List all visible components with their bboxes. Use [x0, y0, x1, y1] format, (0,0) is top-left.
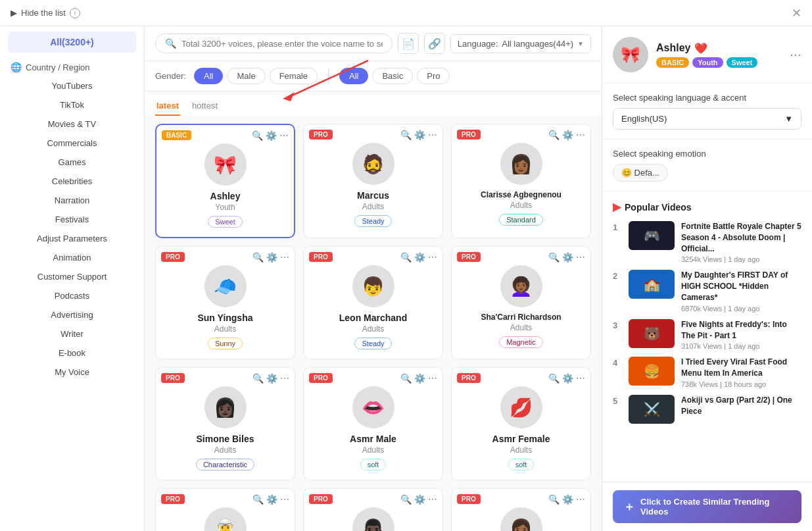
type-basic-btn[interactable]: Basic: [372, 68, 413, 84]
voice-card-shacarri[interactable]: PRO 🔍 ⚙️ ⋯ 👩🏾‍🦱 Sha'Carri Richardson Adu…: [451, 246, 591, 359]
type-all-btn[interactable]: All: [339, 68, 368, 84]
tab-hottest[interactable]: hottest: [191, 97, 219, 116]
gender-male-btn[interactable]: Male: [227, 68, 265, 84]
search-input-wrapper[interactable]: 🔍: [155, 34, 393, 53]
sidebar-item-movies-tv[interactable]: Movies & TV: [0, 114, 144, 134]
settings-btn-simone[interactable]: ⚙️: [266, 373, 277, 384]
voice-card-asmr-male[interactable]: PRO 🔍 ⚙️ ⋯ 👄 Asmr Male Adults soft: [303, 367, 443, 480]
sidebar-item-animation[interactable]: Animation: [0, 248, 144, 267]
sidebar-item-my-voice[interactable]: My Voice: [0, 363, 144, 382]
video-title-3: Five Nights at Freddy's: Into The Pit - …: [681, 319, 801, 341]
emotion-default-btn[interactable]: 😊 Defa...: [613, 164, 668, 182]
search-btn-asmr-female[interactable]: 🔍: [548, 373, 560, 384]
voice-card-12[interactable]: PRO 🔍 ⚙️ ⋯ 👩🏾 Adults: [451, 488, 591, 531]
settings-btn-11[interactable]: ⚙️: [414, 494, 425, 505]
voice-card-asmr-female[interactable]: PRO 🔍 ⚙️ ⋯ 💋 Asmr Female Adults soft: [451, 367, 591, 480]
settings-btn-leon[interactable]: ⚙️: [414, 252, 425, 263]
search-btn-clarisse[interactable]: 🔍: [548, 130, 560, 140]
video-item-4[interactable]: 4 🍔 I Tried Every Viral Fast Food Menu I…: [613, 357, 801, 388]
all-voices-button[interactable]: All(3200+): [8, 32, 136, 53]
sidebar-item-podcasts[interactable]: Podcasts: [0, 286, 144, 305]
voice-card-10[interactable]: PRO 🔍 ⚙️ ⋯ 🧝‍♀️ Adults: [155, 488, 295, 531]
settings-btn-12[interactable]: ⚙️: [562, 494, 573, 505]
settings-btn-shacarri[interactable]: ⚙️: [562, 252, 573, 263]
video-meta-3: 3107k Views | 1 day ago: [681, 342, 801, 350]
close-icon[interactable]: ✕: [792, 7, 801, 20]
more-btn-11[interactable]: ⋯: [428, 494, 437, 505]
voice-card-simone[interactable]: PRO 🔍 ⚙️ ⋯ 👩🏿 Simone Biles Adults Charac…: [155, 367, 295, 480]
sidebar-item-celebrities[interactable]: Celebrities: [0, 172, 144, 191]
voice-card-leon[interactable]: PRO 🔍 ⚙️ ⋯ 👦 Leon Marchand Adults Steady: [303, 246, 443, 359]
search-input[interactable]: [181, 39, 383, 49]
more-btn-leon[interactable]: ⋯: [428, 252, 437, 263]
language-selector[interactable]: Language: All languages(44+) ▼: [450, 34, 591, 53]
gender-female-btn[interactable]: Female: [270, 68, 318, 84]
more-btn-10[interactable]: ⋯: [280, 494, 289, 505]
sidebar-item-advertising[interactable]: Advertising: [0, 305, 144, 324]
more-btn-shacarri[interactable]: ⋯: [576, 252, 585, 263]
sidebar-item-festivals[interactable]: Festivals: [0, 210, 144, 229]
tab-latest[interactable]: latest: [155, 97, 180, 116]
tag-leon: Steady: [354, 338, 391, 349]
search-btn-simone[interactable]: 🔍: [252, 373, 264, 384]
info-icon[interactable]: i: [70, 8, 80, 18]
type-pro-btn[interactable]: Pro: [417, 68, 450, 84]
search-btn-leon[interactable]: 🔍: [400, 252, 412, 263]
settings-btn-ashley[interactable]: ⚙️: [266, 130, 277, 141]
voice-card-11[interactable]: PRO 🔍 ⚙️ ⋯ 👨🏿 Adults: [303, 488, 443, 531]
more-btn-ashley[interactable]: ⋯: [279, 130, 289, 141]
sidebar-item-narration[interactable]: Narration: [0, 191, 144, 210]
voice-card-ashley[interactable]: BASIC 🔍 ⚙️ ⋯ 🎀 Ashley Youth Sweet: [155, 124, 295, 238]
search-btn-asmr-male[interactable]: 🔍: [400, 373, 412, 384]
video-info-1: Fortnite Battle Royale Chapter 5 Season …: [681, 221, 801, 263]
gender-all-btn[interactable]: All: [194, 68, 223, 84]
search-btn-shacarri[interactable]: 🔍: [548, 252, 560, 263]
sidebar-item-e-book[interactable]: E-book: [0, 343, 144, 363]
settings-btn-marcus[interactable]: ⚙️: [414, 130, 425, 140]
more-btn-simone[interactable]: ⋯: [280, 373, 289, 384]
search-btn-ashley[interactable]: 🔍: [252, 130, 263, 141]
country-region-header[interactable]: 🌐 Country / Region: [0, 58, 144, 76]
voice-card-sun-yingsha[interactable]: PRO 🔍 ⚙️ ⋯ 🧢 Sun Yingsha Adults Sunny: [155, 246, 295, 359]
voice-card-marcus[interactable]: PRO 🔍 ⚙️ ⋯ 🧔 Marcus Adults Steady: [303, 124, 443, 238]
sidebar-item-writer[interactable]: Writer: [0, 324, 144, 343]
language-selector-panel[interactable]: English(US) ▼: [613, 108, 801, 130]
cta-label: Click to Create Similar Trending Videos: [640, 497, 791, 517]
settings-btn-clarisse[interactable]: ⚙️: [562, 130, 573, 140]
link-icon-btn[interactable]: 🔗: [424, 33, 445, 54]
search-btn-11[interactable]: 🔍: [400, 494, 412, 505]
voice-card-actions-clarisse: 🔍 ⚙️ ⋯: [548, 130, 585, 140]
more-btn-marcus[interactable]: ⋯: [428, 130, 437, 140]
create-trending-btn[interactable]: ＋ Click to Create Similar Trending Video…: [613, 490, 801, 523]
heart-icon[interactable]: ❤️: [694, 42, 707, 55]
video-item-1[interactable]: 1 🎮 Fortnite Battle Royale Chapter 5 Sea…: [613, 221, 801, 263]
more-options-btn[interactable]: ⋯: [790, 47, 801, 62]
voice-card-actions-sun: 🔍 ⚙️ ⋯: [252, 252, 289, 263]
search-btn-marcus[interactable]: 🔍: [400, 130, 412, 140]
more-btn-clarisse[interactable]: ⋯: [576, 130, 585, 140]
sidebar-item-adjust-parameters[interactable]: Adjust Parameters: [0, 229, 144, 248]
settings-btn-asmr-male[interactable]: ⚙️: [414, 373, 425, 384]
search-btn-sun[interactable]: 🔍: [252, 252, 264, 263]
document-icon-btn[interactable]: 📄: [398, 33, 419, 54]
video-item-2[interactable]: 2 🏫 My Daughter's FIRST DAY of HIGH SCHO…: [613, 270, 801, 312]
sidebar-item-tiktok[interactable]: TikTok: [0, 95, 144, 114]
more-btn-asmr-female[interactable]: ⋯: [576, 373, 585, 384]
hide-list-btn[interactable]: ▶ Hide the list i: [11, 8, 80, 18]
sidebar-item-games[interactable]: Games: [0, 153, 144, 172]
search-btn-10[interactable]: 🔍: [252, 494, 264, 505]
more-btn-sun[interactable]: ⋯: [280, 252, 289, 263]
sidebar-item-customer-support[interactable]: Customer Support: [0, 267, 144, 286]
more-btn-12[interactable]: ⋯: [576, 494, 585, 505]
settings-btn-10[interactable]: ⚙️: [266, 494, 277, 505]
video-item-5[interactable]: 5 ⚔️ Aokiji vs Garp (Part 2/2) | One Pie…: [613, 395, 801, 424]
search-btn-12[interactable]: 🔍: [548, 494, 560, 505]
settings-btn-asmr-female[interactable]: ⚙️: [562, 373, 573, 384]
sidebar-item-youtubers[interactable]: YouTubers: [0, 76, 144, 95]
more-btn-asmr-male[interactable]: ⋯: [428, 373, 437, 384]
sidebar-item-commercials[interactable]: Commercials: [0, 134, 144, 153]
voice-card-clarisse[interactable]: PRO 🔍 ⚙️ ⋯ 👩🏾 Clarisse Agbegnenou Adults…: [451, 124, 591, 238]
video-item-3[interactable]: 3 🐻 Five Nights at Freddy's: Into The Pi…: [613, 319, 801, 351]
settings-btn-sun[interactable]: ⚙️: [266, 252, 277, 263]
age-sun: Adults: [214, 324, 236, 334]
